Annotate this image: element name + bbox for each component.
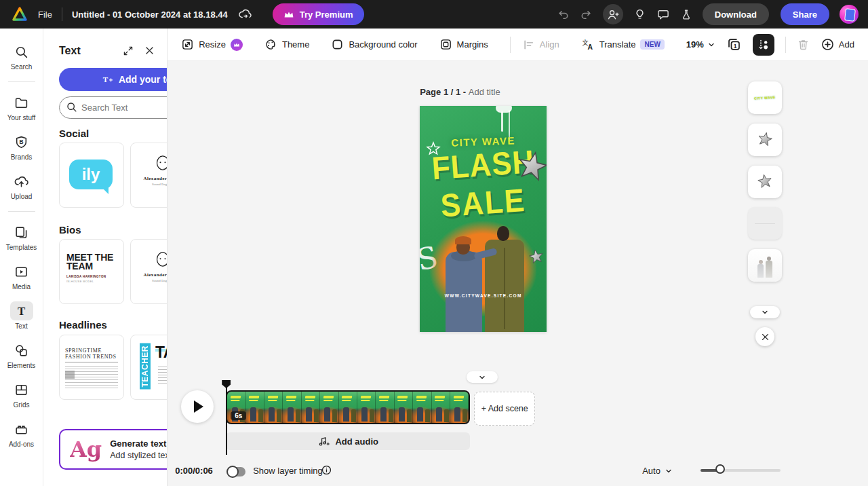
sidebar-item-text[interactable]: T Text <box>0 296 43 335</box>
close-panel-icon[interactable] <box>144 45 155 56</box>
chrome-star-graphic <box>526 247 547 267</box>
resize-button[interactable]: Resize <box>181 38 243 51</box>
timeline-collapse-chevron[interactable] <box>467 371 498 383</box>
sidebar-item-label: Text <box>15 322 27 330</box>
deselect-close-button[interactable] <box>755 327 774 346</box>
sidebar-item-label: Your stuff <box>7 114 36 122</box>
layers-collapse-chevron[interactable] <box>750 306 780 318</box>
background-color-icon <box>331 38 344 51</box>
layer-thumbnail-star[interactable] <box>748 166 782 198</box>
page-label[interactable]: Page 1 / 1 - Add title <box>420 87 500 97</box>
layer-thumbnail-star[interactable] <box>748 124 782 156</box>
adobe-express-logo[interactable] <box>11 6 28 22</box>
add-your-text-button[interactable]: T Add your text <box>59 68 167 91</box>
text-template-card-meet-the-team[interactable]: MEET THE TEAM LARISSA HARRINGTON IN-HOUS… <box>59 239 124 304</box>
document-title[interactable]: Untitled - 01 October 2024 at 18.18.44 <box>72 10 228 20</box>
layer-thumbnail-city-wave[interactable]: CITY WAVE <box>748 81 782 114</box>
text-template-card-name[interactable]: Alexander White Sound Engineer <box>130 143 167 208</box>
info-icon[interactable] <box>321 464 332 476</box>
sidebar-item-elements[interactable]: Elements <box>0 335 43 375</box>
cloud-sync-icon[interactable] <box>237 7 252 21</box>
divider <box>62 7 62 21</box>
undo-icon[interactable] <box>557 8 570 21</box>
graffiti-drip <box>501 111 503 132</box>
show-layer-timing-label: Show layer timing <box>253 466 323 476</box>
section-title-bios: Bios <box>59 224 81 236</box>
theme-button[interactable]: Theme <box>264 38 309 51</box>
download-button[interactable]: Download <box>703 3 769 25</box>
chevron-down-icon <box>707 41 715 49</box>
scene-duration-badge: 6s <box>231 411 246 420</box>
filmstrip-frame <box>357 392 376 423</box>
poster-headline-2: SALE <box>420 181 547 226</box>
invite-people-icon[interactable] <box>603 4 623 24</box>
sidebar-item-templates[interactable]: Templates <box>0 217 43 257</box>
sidebar-item-label: Brands <box>11 153 33 161</box>
timeline-toggle-icon[interactable] <box>753 34 774 56</box>
beaker-icon[interactable] <box>680 8 692 21</box>
pages-view-icon[interactable]: 1 <box>726 37 742 52</box>
search-icon <box>66 101 77 113</box>
svg-text:1: 1 <box>734 43 737 50</box>
slider-knob[interactable] <box>715 464 725 474</box>
playback-mode-dropdown[interactable]: Auto <box>642 466 673 476</box>
search-icon <box>10 42 33 61</box>
sidebar-item-search[interactable]: Search <box>0 37 43 76</box>
left-rail: Search Your stuff B Brands Upload Templa… <box>0 29 43 486</box>
avatar[interactable] <box>840 5 859 24</box>
try-premium-button[interactable]: Try Premium <box>273 3 364 25</box>
sidebar-item-grids[interactable]: Grids <box>0 375 43 414</box>
add-title-placeholder[interactable]: Add title <box>469 87 500 97</box>
playhead-line <box>226 386 227 455</box>
svg-text:B: B <box>19 138 23 145</box>
text-panel: Text T Add your text 2 Social View all <box>43 29 167 486</box>
filmstrip-frame <box>339 392 357 423</box>
premium-crown-badge <box>231 39 243 51</box>
translate-icon: 文A <box>581 38 595 51</box>
text-template-card-ily[interactable]: ily <box>59 143 124 208</box>
expand-panel-icon[interactable] <box>123 45 134 56</box>
timeline-zoom-slider[interactable] <box>701 469 781 472</box>
theme-icon <box>264 38 277 51</box>
sidebar-item-add-ons[interactable]: Add-ons <box>0 414 43 453</box>
text-template-card-teacher-talk[interactable]: TEACHER TALK <box>130 335 167 400</box>
sidebar-item-your-stuff[interactable]: Your stuff <box>0 88 43 127</box>
filmstrip-frame <box>395 392 413 423</box>
sidebar-item-label: Upload <box>11 193 33 200</box>
comments-icon[interactable] <box>656 8 670 21</box>
delete-icon[interactable] <box>797 38 810 51</box>
background-color-button[interactable]: Background color <box>331 38 417 51</box>
filmstrip-frame <box>432 392 450 423</box>
playback-time: 0:00/0:06 <box>175 466 213 476</box>
sidebar-item-label: Templates <box>6 244 37 251</box>
translate-button[interactable]: 文A Translate NEW <box>581 38 665 51</box>
sidebar-item-media[interactable]: Media <box>0 257 43 296</box>
shield-b-icon: B <box>10 132 33 151</box>
align-icon <box>523 39 535 51</box>
text-template-card-springtime[interactable]: SPRINGTIME FASHION TRENDS <box>59 335 124 400</box>
scene-filmstrip[interactable]: 6s <box>226 390 470 424</box>
align-button[interactable]: Align <box>523 39 559 51</box>
sidebar-item-brands[interactable]: B Brands <box>0 127 43 166</box>
zoom-level-dropdown[interactable]: 19% <box>686 39 715 50</box>
canvas-page[interactable]: S CITY WAVE FLASH SALE WWW.CITYWAVE.SITE… <box>420 106 547 332</box>
layer-thumbnail-photo[interactable] <box>748 249 782 282</box>
canvas-toolbar: Resize Theme Background color Margins Al… <box>167 29 868 61</box>
layer-thumbnail-empty[interactable] <box>748 207 782 240</box>
redo-icon[interactable] <box>580 8 593 21</box>
file-menu[interactable]: File <box>38 10 52 20</box>
sidebar-item-label: Add-ons <box>9 441 34 448</box>
share-button[interactable]: Share <box>781 3 829 25</box>
show-layer-timing-toggle[interactable] <box>227 467 245 476</box>
text-template-card-name[interactable]: Alexander White Sound Engineer <box>130 239 167 304</box>
generate-text-effects-promo[interactable]: Ag Generate text effects Add stylized te… <box>59 429 167 470</box>
text-icon: T <box>10 301 33 320</box>
play-button[interactable] <box>181 390 214 423</box>
add-audio-button[interactable]: Add audio <box>226 432 470 450</box>
ideas-icon[interactable] <box>633 8 646 21</box>
add-button[interactable]: Add <box>821 37 854 52</box>
new-badge: NEW <box>640 39 664 50</box>
add-scene-button[interactable]: + Add scene <box>474 392 535 426</box>
sidebar-item-upload[interactable]: Upload <box>0 166 43 206</box>
margins-button[interactable]: Margins <box>439 38 488 51</box>
